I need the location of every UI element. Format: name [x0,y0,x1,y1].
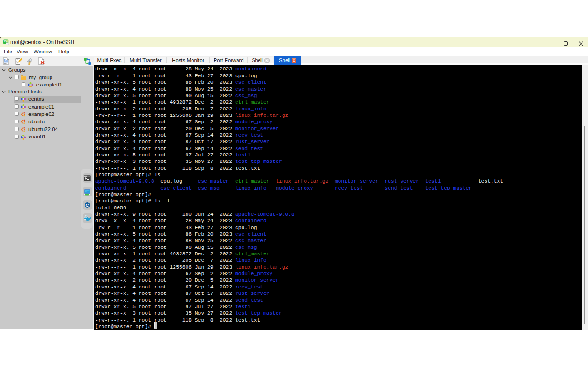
svg-text:C: C [86,202,89,207]
